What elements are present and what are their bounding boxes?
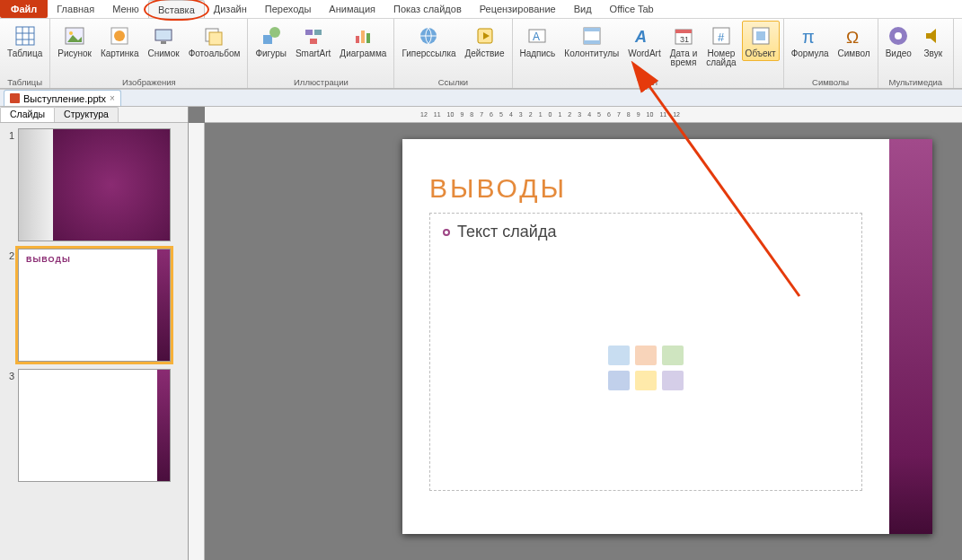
slide-thumbnail-3[interactable]	[18, 369, 171, 482]
close-doc-icon[interactable]: ×	[110, 93, 115, 103]
insert-smartart-icon[interactable]	[662, 346, 684, 365]
svg-rect-15	[305, 30, 313, 35]
datetime-button[interactable]: 31Дата ивремя	[666, 21, 702, 70]
placeholder-text: Текст слайда	[457, 223, 556, 241]
panel-tab-структура[interactable]: Структура	[54, 107, 119, 122]
file-tab[interactable]: Файл	[0, 0, 48, 18]
bullet-icon	[443, 229, 450, 236]
tab-меню[interactable]: Меню	[103, 0, 148, 18]
tab-переходы[interactable]: Переходы	[256, 0, 321, 18]
screenshot-button-label: Снимок	[148, 49, 180, 58]
chart-button[interactable]: Диаграмма	[336, 21, 390, 61]
tab-анимация[interactable]: Анимация	[320, 0, 384, 18]
thumb-number: 2	[5, 249, 18, 261]
clipart-icon	[107, 23, 132, 48]
slidenum-button-label: Номерслайда	[706, 49, 736, 67]
tab-вставка[interactable]: Вставка	[148, 0, 205, 18]
ribbon-group-символы: πФормулаΩСимволСимволы	[784, 19, 878, 88]
table-button-label: Таблица	[7, 49, 42, 58]
tab-главная[interactable]: Главная	[48, 0, 103, 18]
action-icon	[472, 23, 498, 48]
ribbon: ТаблицаТаблицыРисунокКартинкаСнимокФотоа…	[0, 19, 962, 89]
headerfooter-button[interactable]: Колонтитулы	[560, 21, 622, 61]
slide-thumbnail-1[interactable]	[18, 128, 171, 241]
group-label: Мультимедиа	[888, 75, 942, 88]
smartart-button-label: SmartArt	[296, 49, 331, 58]
svg-rect-17	[310, 39, 317, 44]
table-button[interactable]: Таблица	[4, 21, 46, 61]
svg-rect-18	[356, 36, 359, 43]
tab-показ слайдов[interactable]: Показ слайдов	[384, 0, 471, 18]
insert-table-icon[interactable]	[608, 346, 630, 365]
content-placeholder[interactable]: Текст слайда	[429, 213, 862, 491]
photoalbum-button[interactable]: Фотоальбом	[185, 21, 244, 61]
object-icon	[748, 23, 773, 48]
thumb-number: 3	[5, 369, 18, 381]
audio-button[interactable]: Звук	[917, 21, 949, 61]
panel-tabs: СлайдыСтруктура	[0, 107, 188, 123]
group-label: Ссылки	[438, 75, 468, 88]
textbox-button[interactable]: AНадпись	[516, 21, 560, 61]
ribbon-group-ссылки: ГиперссылкаДействиеСсылки	[394, 19, 512, 88]
slidenum-button[interactable]: #Номерслайда	[702, 21, 739, 70]
video-button-label: Видео	[886, 49, 912, 58]
clipart-button[interactable]: Картинка	[97, 21, 143, 61]
menu-tab-row: Файл ГлавнаяМенюВставкаДизайнПереходыАни…	[0, 0, 962, 19]
tab-office tab[interactable]: Office Tab	[601, 0, 663, 18]
svg-text:31: 31	[680, 35, 689, 44]
slide-title[interactable]: Выводы	[429, 173, 862, 204]
svg-rect-27	[584, 40, 600, 44]
ribbon-group-мультимедиа: ВидеоЗвукМультимедиа	[878, 19, 954, 88]
equation-button-label: Формула	[791, 49, 829, 58]
group-label: Символы	[812, 75, 849, 88]
ruler-horizontal: 1211109876543210123456789101112	[205, 107, 962, 123]
hyperlink-button[interactable]: Гиперссылка	[398, 21, 459, 61]
datetime-icon: 31	[671, 23, 696, 48]
svg-point-14	[269, 27, 280, 38]
content-placeholder-icons[interactable]	[608, 346, 684, 390]
action-button[interactable]: Действие	[462, 21, 508, 61]
document-name: Выступление.pptx	[23, 93, 106, 104]
ribbon-group-иллюстрации: ФигурыSmartArtДиаграммаИллюстрации	[248, 19, 394, 88]
thumb-number: 1	[5, 128, 18, 141]
wordart-button[interactable]: AWordArt	[624, 21, 665, 61]
picture-button[interactable]: Рисунок	[54, 21, 95, 61]
group-label: Изображения	[122, 75, 176, 88]
smartart-button[interactable]: SmartArt	[292, 21, 334, 61]
tab-рецензирование[interactable]: Рецензирование	[471, 0, 565, 18]
document-tab[interactable]: Выступление.pptx ×	[4, 90, 121, 106]
ribbon-group-изображения: РисунокКартинкаСнимокФотоальбомИзображен…	[50, 19, 248, 88]
insert-picture-icon[interactable]	[608, 371, 630, 390]
svg-rect-20	[366, 33, 370, 43]
slide-theme-stripe	[889, 139, 932, 534]
group-label: Таблицы	[7, 75, 42, 88]
action-button-label: Действие	[465, 49, 505, 58]
object-button[interactable]: Объект	[742, 21, 780, 61]
svg-text:A: A	[533, 31, 540, 43]
tab-дизайн[interactable]: Дизайн	[205, 0, 256, 18]
panel-tab-слайды[interactable]: Слайды	[0, 107, 55, 122]
screenshot-button[interactable]: Снимок	[145, 21, 183, 61]
video-button[interactable]: Видео	[882, 21, 915, 61]
symbol-icon: Ω	[842, 23, 867, 48]
svg-rect-35	[756, 31, 765, 40]
workspace: СлайдыСтруктура 12ВЫВОДЫ3 12111098765432…	[0, 107, 962, 560]
symbol-button[interactable]: ΩСимвол	[834, 21, 874, 61]
ribbon-group-таблицы: ТаблицаТаблицы	[0, 19, 50, 88]
svg-text:Ω: Ω	[846, 28, 859, 47]
shapes-button[interactable]: Фигуры	[252, 21, 289, 61]
equation-button[interactable]: πФормула	[788, 21, 833, 61]
equation-icon: π	[798, 23, 823, 48]
slide-thumbnail-2[interactable]: ВЫВОДЫ	[18, 249, 171, 362]
insert-chart-icon[interactable]	[635, 346, 657, 365]
insert-media-icon[interactable]	[662, 371, 684, 390]
audio-icon	[921, 23, 946, 48]
slide-canvas[interactable]: Выводы Текст слайда	[402, 139, 932, 534]
svg-point-6	[69, 31, 73, 35]
photoalbum-icon	[202, 23, 227, 48]
tab-вид[interactable]: Вид	[565, 0, 601, 18]
edit-area: 1211109876543210123456789101112 Выводы Т…	[189, 107, 962, 560]
video-icon	[886, 23, 911, 48]
insert-clipart-icon[interactable]	[635, 371, 657, 390]
picture-icon	[62, 23, 87, 48]
